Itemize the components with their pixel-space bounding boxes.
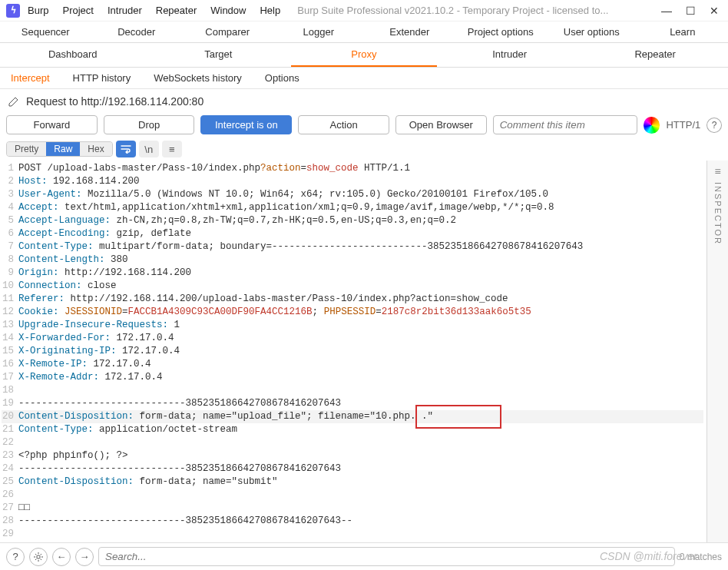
- tab-dashboard[interactable]: Dashboard: [0, 43, 146, 67]
- close-icon[interactable]: ✕: [710, 5, 719, 17]
- menu-repeater[interactable]: Repeater: [156, 5, 197, 16]
- window-title: Burp Suite Professional v2021.10.2 - Tem…: [297, 5, 654, 16]
- title-bar: ϟ Burp Project Intruder Repeater Window …: [0, 0, 728, 22]
- http-message-editor[interactable]: 1POST /upload-labs-master/Pass-10/index.…: [0, 161, 706, 543]
- editor-line[interactable]: 9Origin: http://192.168.114.200: [2, 267, 703, 280]
- editor-line[interactable]: 25Content-Disposition: form-data; name="…: [2, 476, 703, 489]
- app-logo-icon: ϟ: [6, 4, 20, 18]
- editor-line[interactable]: 13Upgrade-Insecure-Requests: 1: [2, 319, 703, 332]
- top-tabs-row2: Dashboard Target Proxy Intruder Repeater: [0, 43, 728, 68]
- editor-line[interactable]: 8Content-Length: 380: [2, 254, 703, 267]
- editor-line[interactable]: 21Content-Type: application/octet-stream: [2, 423, 703, 436]
- view-pretty[interactable]: Pretty: [7, 142, 46, 156]
- http-version-label: HTTP/1: [666, 119, 700, 131]
- newline-toggle-icon[interactable]: \n: [139, 141, 159, 157]
- request-header-bar: Request to http://192.168.114.200:80: [0, 91, 728, 112]
- tab-project-options[interactable]: Project options: [455, 22, 547, 42]
- menu-intruder[interactable]: Intruder: [108, 5, 142, 16]
- editor-line[interactable]: 27□□: [2, 502, 703, 515]
- view-mode-segmented: Pretty Raw Hex: [6, 141, 113, 157]
- action-bar: Forward Drop Intercept is on Action Open…: [0, 112, 728, 141]
- inspector-label: INSPECTOR: [713, 182, 723, 245]
- editor-line[interactable]: 17X-Remote-Addr: 172.17.0.4: [2, 371, 703, 384]
- hamburger-icon[interactable]: ≡: [162, 141, 182, 157]
- tab-sequencer[interactable]: Sequencer: [0, 22, 91, 42]
- next-match-icon[interactable]: →: [75, 548, 94, 566]
- editor-line[interactable]: 3User-Agent: Mozilla/5.0 (Windows NT 10.…: [2, 188, 703, 201]
- inspector-sidebar[interactable]: ≡ INSPECTOR: [706, 161, 728, 543]
- tab-proxy[interactable]: Proxy: [291, 43, 437, 67]
- wrap-toggle-icon[interactable]: [116, 141, 136, 157]
- tab-learn[interactable]: Learn: [637, 22, 729, 42]
- highlight-color-icon[interactable]: [644, 117, 660, 134]
- match-count: 0 matches: [680, 552, 722, 562]
- comment-input[interactable]: [493, 115, 637, 134]
- editor-line[interactable]: 7Content-Type: multipart/form-data; boun…: [2, 240, 703, 254]
- editor-area: 1POST /upload-labs-master/Pass-10/index.…: [0, 161, 728, 543]
- minimize-icon[interactable]: ―: [661, 5, 672, 17]
- view-mode-bar: Pretty Raw Hex \n ≡: [0, 141, 728, 161]
- editor-line[interactable]: 23<?php phpinfo(); ?>: [2, 449, 703, 462]
- tab-comparer[interactable]: Comparer: [182, 22, 273, 42]
- help-bottom-icon[interactable]: ?: [6, 548, 25, 566]
- editor-line[interactable]: 12Cookie: JSESSIONID=FACCB1A4309C93CA00D…: [2, 306, 703, 319]
- subtab-websockets-history[interactable]: WebSockets history: [154, 72, 242, 84]
- editor-line[interactable]: 29: [2, 528, 703, 541]
- editor-line[interactable]: 15X-Originating-IP: 172.17.0.4: [2, 345, 703, 358]
- menu-help[interactable]: Help: [260, 5, 280, 16]
- editor-line[interactable]: 4Accept: text/html,application/xhtml+xml…: [2, 201, 703, 214]
- tab-decoder[interactable]: Decoder: [91, 22, 183, 42]
- edit-icon[interactable]: [8, 95, 20, 108]
- collapse-icon[interactable]: ≡: [714, 165, 720, 177]
- editor-line[interactable]: 18: [2, 384, 703, 397]
- drop-button[interactable]: Drop: [104, 115, 195, 134]
- help-icon[interactable]: ?: [706, 118, 722, 133]
- request-target-label: Request to http://192.168.114.200:80: [26, 95, 204, 108]
- editor-line[interactable]: 11Referer: http://192.168.114.200/upload…: [2, 293, 703, 306]
- settings-icon[interactable]: [29, 548, 48, 566]
- editor-line[interactable]: 5Accept-Language: zh-CN,zh;q=0.8,zh-TW;q…: [2, 214, 703, 227]
- forward-button[interactable]: Forward: [6, 115, 98, 134]
- tab-user-options[interactable]: User options: [546, 22, 637, 42]
- editor-line[interactable]: 22: [2, 436, 703, 449]
- editor-line[interactable]: 2Host: 192.168.114.200: [2, 175, 703, 188]
- subtab-intercept[interactable]: Intercept: [11, 72, 50, 84]
- top-tabs-row1: Sequencer Decoder Comparer Logger Extend…: [0, 22, 728, 43]
- tab-logger[interactable]: Logger: [273, 22, 365, 42]
- tab-repeater[interactable]: Repeater: [582, 43, 728, 67]
- menu-burp[interactable]: Burp: [28, 5, 48, 16]
- editor-line[interactable]: 24-----------------------------385235186…: [2, 462, 703, 476]
- menu-window[interactable]: Window: [210, 5, 246, 16]
- bottom-bar: ? ← → 0 matches: [0, 542, 728, 570]
- maximize-icon[interactable]: ☐: [686, 5, 696, 17]
- svg-point-0: [37, 555, 40, 558]
- menu-bar: Burp Project Intruder Repeater Window He…: [28, 5, 280, 16]
- editor-line[interactable]: 1POST /upload-labs-master/Pass-10/index.…: [2, 162, 703, 175]
- editor-line[interactable]: 20Content-Disposition: form-data; name="…: [2, 410, 703, 423]
- editor-line[interactable]: 26: [2, 489, 703, 502]
- editor-line[interactable]: 10Connection: close: [2, 280, 703, 293]
- subtab-http-history[interactable]: HTTP history: [73, 72, 131, 84]
- divider: [0, 88, 728, 89]
- menu-project[interactable]: Project: [62, 5, 93, 16]
- subtab-options[interactable]: Options: [265, 72, 299, 84]
- view-raw[interactable]: Raw: [46, 142, 80, 156]
- action-button[interactable]: Action: [298, 115, 389, 134]
- editor-line[interactable]: 14X-Forwarded-For: 172.17.0.4: [2, 332, 703, 345]
- editor-line[interactable]: 6Accept-Encoding: gzip, deflate: [2, 227, 703, 240]
- prev-match-icon[interactable]: ←: [52, 548, 71, 566]
- open-browser-button[interactable]: Open Browser: [395, 115, 487, 134]
- intercept-toggle-button[interactable]: Intercept is on: [200, 115, 292, 134]
- editor-line[interactable]: 19-----------------------------385235186…: [2, 397, 703, 410]
- search-input[interactable]: [98, 547, 675, 566]
- view-hex[interactable]: Hex: [80, 142, 111, 156]
- proxy-subtabs: Intercept HTTP history WebSockets histor…: [0, 68, 728, 88]
- tab-target[interactable]: Target: [146, 43, 292, 67]
- editor-line[interactable]: 16X-Remote-IP: 172.17.0.4: [2, 358, 703, 371]
- tab-extender[interactable]: Extender: [364, 22, 455, 42]
- editor-line[interactable]: 28-----------------------------385235186…: [2, 515, 703, 528]
- tab-intruder[interactable]: Intruder: [437, 43, 583, 67]
